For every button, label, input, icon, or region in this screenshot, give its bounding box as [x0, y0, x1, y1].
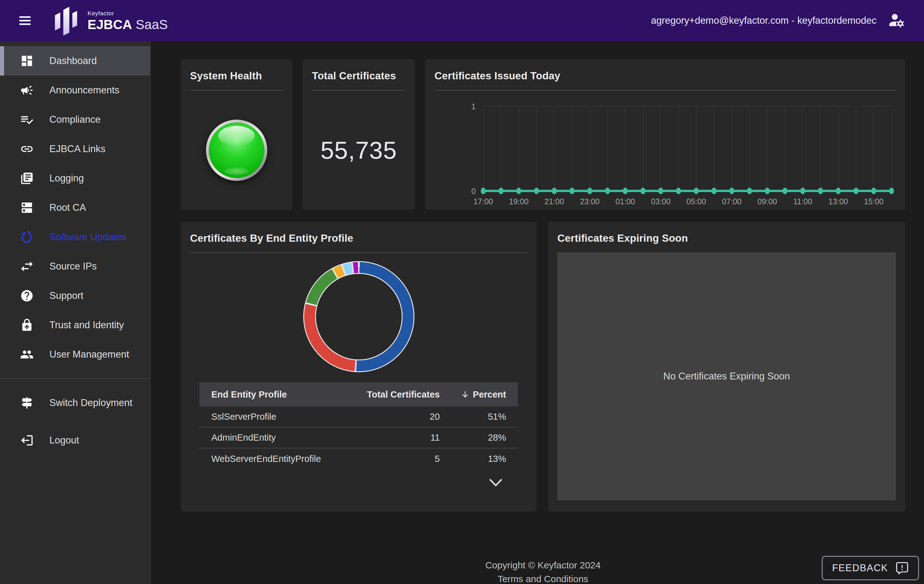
table-cell: 51%: [440, 411, 518, 422]
certificates-by-profile-card: Certificates By End Entity Profile End E…: [181, 222, 537, 512]
user-management-icon: [20, 347, 34, 361]
table-cell: 11: [337, 433, 440, 443]
sidebar-item-dashboard[interactable]: Dashboard: [0, 46, 150, 76]
manage-accounts-icon: [888, 11, 906, 30]
sidebar-item-support[interactable]: Support: [0, 281, 150, 311]
status-green-light: [209, 122, 264, 178]
sidebar-item-software-updates[interactable]: Software Updates: [0, 222, 150, 252]
root-ca-icon: [20, 201, 34, 215]
card-title: Certificates Issued Today: [434, 70, 896, 82]
page-footer: Copyright © Keyfactor 2024 Terms and Con…: [181, 558, 905, 584]
sidebar-main-items: DashboardAnnouncementsComplianceEJBCA Li…: [0, 46, 150, 369]
svg-text:05:00: 05:00: [686, 197, 706, 206]
menu-button[interactable]: [17, 13, 35, 28]
sidebar-item-compliance[interactable]: Compliance: [0, 105, 150, 134]
support-icon: [20, 289, 34, 303]
svg-text:15:00: 15:00: [864, 197, 884, 206]
feedback-bubble-icon: [896, 561, 909, 575]
total-certificates-card: Total Certificates 55,735: [303, 59, 415, 210]
svg-text:23:00: 23:00: [580, 197, 599, 206]
table-cell: 5: [337, 454, 440, 464]
svg-text:09:00: 09:00: [757, 197, 777, 206]
sidebar-item-label: Logging: [50, 173, 84, 184]
sidebar-item-label: Trust and Identity: [50, 319, 124, 331]
total-certificates-value: 55,735: [320, 136, 397, 165]
sort-desc-icon: [460, 390, 470, 399]
system-health-indicator: [206, 120, 267, 181]
sidebar-item-root-ca[interactable]: Root CA: [0, 193, 150, 222]
sidebar-item-logging[interactable]: Logging: [0, 164, 150, 193]
svg-text:13:00: 13:00: [828, 197, 848, 206]
table-row-adminendentity: AdminEndEntity1128%: [200, 428, 518, 449]
table-cell: WebServerEndEntityProfile: [200, 454, 337, 464]
sidebar-item-label: Announcements: [50, 85, 119, 96]
keyfactor-logo-icon: [53, 4, 82, 37]
svg-text:1: 1: [471, 102, 476, 111]
certificates-issued-today-card: Certificates Issued Today 1017:0019:0021…: [425, 59, 905, 210]
sidebar-item-switch-deployment[interactable]: Switch Deployment: [0, 384, 150, 421]
compliance-icon: [20, 113, 34, 127]
table-row-sslserverprofile: SslServerProfile2051%: [200, 406, 518, 428]
links-icon: [20, 142, 34, 156]
app-header: Keyfactor EJBCA SaaS agregory+demo@keyfa…: [0, 0, 924, 41]
table-header: End Entity ProfileTotal CertificatesPerc…: [200, 382, 518, 406]
profile-table: End Entity ProfileTotal CertificatesPerc…: [200, 382, 518, 469]
svg-text:11:00: 11:00: [793, 197, 812, 206]
sidebar-footer-items: Switch DeploymentLogout: [0, 384, 150, 459]
sidebar-item-label: User Management: [50, 349, 129, 360]
column-header-percent[interactable]: Percent: [440, 390, 518, 400]
svg-text:21:00: 21:00: [544, 197, 564, 206]
profile-donut-chart: [303, 261, 414, 372]
empty-message: No Certificates Expiring Soon: [663, 371, 790, 382]
card-title: System Health: [190, 70, 283, 82]
sidebar-item-logout[interactable]: Logout: [0, 421, 150, 459]
sidebar-item-label: Compliance: [50, 114, 101, 125]
sidebar-item-label: Dashboard: [50, 55, 97, 66]
card-title: Certificates By End Entity Profile: [190, 232, 527, 244]
sidebar: DashboardAnnouncementsComplianceEJBCA Li…: [0, 41, 151, 584]
svg-text:17:00: 17:00: [474, 197, 493, 206]
sidebar-item-label: Software Updates: [50, 231, 126, 243]
system-health-card: System Health: [181, 59, 292, 210]
svg-text:03:00: 03:00: [651, 197, 671, 206]
sidebar-item-trust-and-identity[interactable]: Trust and Identity: [0, 311, 150, 340]
expand-more-icon[interactable]: [488, 478, 503, 487]
menu-icon: [17, 14, 33, 28]
sidebar-item-label: Source IPs: [50, 261, 97, 272]
main-content: System Health Total Certificates 55,735 …: [151, 41, 924, 584]
copyright-text: Copyright © Keyfactor 2024: [181, 558, 905, 572]
svg-text:19:00: 19:00: [509, 197, 529, 206]
software-updates-icon: [20, 230, 34, 244]
manage-accounts-button[interactable]: [887, 11, 907, 31]
card-title: Total Certificates: [312, 70, 406, 82]
brand-logo: Keyfactor EJBCA SaaS: [53, 4, 168, 37]
sidebar-item-label: Switch Deployment: [50, 397, 132, 408]
feedback-label: FEEDBACK: [832, 563, 888, 574]
sidebar-item-source-ips[interactable]: Source IPs: [0, 252, 150, 281]
sidebar-item-user-management[interactable]: User Management: [0, 340, 150, 369]
table-cell: 13%: [440, 454, 518, 464]
logging-icon: [20, 171, 34, 185]
switch-deployment-icon: [20, 396, 34, 410]
card-title: Certificates Expiring Soon: [557, 232, 896, 244]
table-cell: SslServerProfile: [200, 411, 337, 422]
brand-keyfactor: Keyfactor: [87, 10, 168, 16]
table-cell: 20: [337, 411, 440, 422]
column-header-total-certificates[interactable]: Total Certificates: [337, 390, 440, 400]
sidebar-item-label: Support: [50, 290, 84, 301]
svg-text:0: 0: [471, 186, 476, 196]
terms-link[interactable]: Terms and Conditions: [181, 572, 905, 584]
table-row-webserverendentityprofile: WebServerEndEntityProfile513%: [200, 449, 518, 469]
sidebar-item-label: EJBCA Links: [50, 143, 106, 155]
feedback-button[interactable]: FEEDBACK: [822, 556, 919, 580]
dashboard-icon: [20, 54, 34, 68]
brand-product-line: EJBCA SaaS: [87, 18, 168, 31]
sidebar-divider: [0, 378, 150, 379]
column-header-end-entity-profile[interactable]: End Entity Profile: [200, 390, 337, 400]
svg-text:01:00: 01:00: [615, 197, 635, 206]
announcements-icon: [20, 83, 34, 97]
svg-text:07:00: 07:00: [722, 197, 742, 206]
sidebar-item-announcements[interactable]: Announcements: [0, 76, 150, 105]
sidebar-item-ejbca-links[interactable]: EJBCA Links: [0, 134, 150, 164]
account-label: agregory+demo@keyfactor.com - keyfactord…: [651, 15, 876, 26]
